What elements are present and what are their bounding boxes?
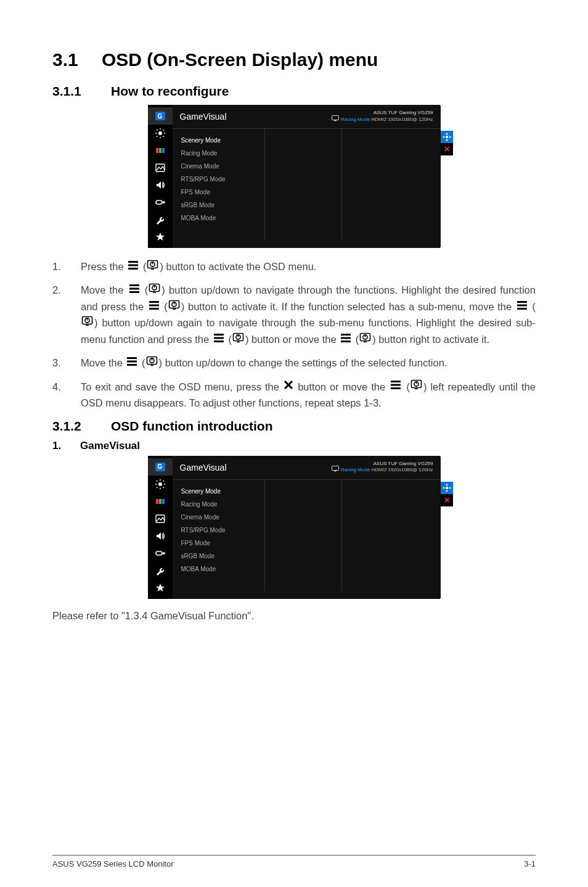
step-4: 4. To exit and save the OSD menu, press …	[52, 379, 536, 411]
step-2-num: 2.	[52, 283, 81, 348]
step-1-num: 1.	[52, 259, 81, 275]
osd-sidebar: G	[148, 105, 173, 248]
step-4-num: 4.	[52, 379, 81, 411]
osd-col3	[342, 129, 441, 240]
power-icon	[359, 332, 372, 348]
joystick-icon	[441, 131, 453, 143]
joystick-icon	[441, 482, 453, 494]
steps-list: 1. Press the () button to activate the O…	[52, 259, 536, 411]
osd-item-srgb: sRGB Mode	[173, 550, 264, 563]
osd-item-racing: Racing Mode	[173, 147, 264, 160]
osd-status-line2: Racing Mode HDMI2 1920x1080@ 120Hz	[331, 116, 433, 124]
osd-status-line1: ASUS TUF Gaming VG259	[331, 110, 433, 116]
power-icon	[149, 283, 161, 299]
gamevisual-icon: G	[148, 107, 173, 125]
section-number: 3.1	[52, 49, 102, 70]
step-1-text: Press the () button to activate the OSD …	[81, 259, 536, 275]
osd-right-icons: ✕	[441, 131, 453, 155]
gamevisual-icon: G	[148, 458, 173, 476]
menu-icon	[213, 332, 225, 348]
step-2-text: Move the () button up/down to navigate t…	[81, 283, 536, 348]
osd-title: GameVisual	[180, 463, 227, 472]
menu-icon	[390, 379, 402, 395]
osd-status-line1: ASUS TUF Gaming VG259	[331, 461, 433, 467]
power-icon	[410, 379, 423, 395]
subsection-heading-2: 3.1.2OSD function introduction	[52, 419, 536, 434]
osd-screenshot-1: G GameVisual ASUS TUF Gaming VG259 Racin…	[52, 105, 536, 248]
menu-icon	[148, 299, 160, 315]
osd-right-icons: ✕	[441, 482, 453, 506]
step-4-text: To exit and save the OSD menu, press the…	[81, 379, 536, 411]
input-icon	[148, 194, 173, 211]
osd-main: GameVisual ASUS TUF Gaming VG259 Racing …	[173, 105, 441, 248]
step-2: 2. Move the () button up/down to navigat…	[52, 283, 536, 348]
x-icon	[284, 379, 293, 395]
section-heading: 3.1OSD (On-Screen Display) menu	[52, 49, 536, 70]
osd-item-racing: Racing Mode	[173, 498, 264, 511]
step-3-text: Move the () button up/down to change the…	[81, 355, 536, 371]
color-icon	[148, 493, 173, 510]
item-number-1: 1.	[52, 440, 80, 452]
osd-header: GameVisual ASUS TUF Gaming VG259 Racing …	[173, 105, 441, 129]
sound-icon	[148, 527, 173, 545]
refer-text: Please refer to "1.3.4 GameVisual Functi…	[52, 610, 536, 622]
color-icon	[148, 142, 173, 159]
step-1: 1. Press the () button to activate the O…	[52, 259, 536, 275]
item-heading-1: 1.GameVisual	[52, 440, 536, 452]
myfavorite-icon	[148, 579, 173, 596]
osd-status-line2: Racing Mode HDMI2 1920x1080@ 120Hz	[331, 466, 433, 474]
image-icon	[148, 159, 173, 176]
osd-col2	[265, 129, 342, 240]
osd-status-res: HDMI2 1920x1080@ 120Hz	[371, 468, 433, 473]
input-icon	[148, 545, 173, 562]
osd-item-cinema: Cinema Mode	[173, 160, 264, 173]
step-3-num: 3.	[52, 355, 81, 371]
footer-left: ASUS VG259 Series LCD Monitor	[52, 859, 174, 868]
monitor-icon	[332, 466, 339, 474]
image-icon	[148, 510, 173, 527]
osd-status: ASUS TUF Gaming VG259 Racing Mode HDMI2 …	[331, 110, 433, 123]
step-3: 3. Move the () button up/down to change …	[52, 355, 536, 371]
subsection-number-1: 3.1.1	[52, 84, 111, 99]
osd-header: GameVisual ASUS TUF Gaming VG259 Racing …	[173, 456, 441, 480]
power-icon	[81, 315, 94, 331]
osd-columns: Scenery Mode Racing Mode Cinema Mode RTS…	[173, 480, 441, 591]
osd-item-fps: FPS Mode	[173, 186, 264, 199]
power-icon	[147, 259, 159, 275]
menu-icon	[127, 259, 139, 275]
osd-item-moba: MOBA Mode	[173, 212, 264, 225]
subsection-heading-1: 3.1.1How to reconfigure	[52, 84, 536, 99]
power-icon	[168, 299, 181, 315]
osd-columns: Scenery Mode Racing Mode Cinema Mode RTS…	[173, 129, 441, 240]
subsection-title-2: OSD function introduction	[111, 419, 272, 433]
osd-item-rtsrpg: RTS/RPG Mode	[173, 173, 264, 186]
osd-item-scenery: Scenery Mode	[173, 485, 264, 498]
power-icon	[146, 355, 158, 371]
osd-item-srgb: sRGB Mode	[173, 199, 264, 212]
subsection-title-1: How to reconfigure	[111, 84, 229, 98]
bluelight-icon	[148, 125, 173, 142]
osd-item-rtsrpg: RTS/RPG Mode	[173, 524, 264, 537]
osd-item-moba: MOBA Mode	[173, 563, 264, 576]
bluelight-icon	[148, 476, 173, 493]
sound-icon	[148, 176, 173, 194]
osd-item-cinema: Cinema Mode	[173, 511, 264, 524]
osd-status-res: HDMI2 1920x1080@ 120Hz	[371, 117, 433, 122]
section-title: OSD (On-Screen Display) menu	[102, 49, 378, 70]
item-title-1: GameVisual	[80, 440, 140, 452]
menu-icon	[516, 299, 528, 315]
osd-status-mode: Racing Mode	[341, 468, 370, 473]
osd-col3	[342, 480, 441, 591]
system-icon	[148, 562, 173, 579]
page-footer: ASUS VG259 Series LCD Monitor 3-1	[52, 855, 536, 868]
osd-title: GameVisual	[180, 112, 227, 122]
osd-panel: G GameVisual ASUS TUF Gaming VG259 Racin…	[148, 456, 441, 599]
subsection-number-2: 3.1.2	[52, 419, 111, 434]
osd-main: GameVisual ASUS TUF Gaming VG259 Racing …	[173, 456, 441, 599]
osd-menu-list: Scenery Mode Racing Mode Cinema Mode RTS…	[173, 129, 265, 240]
system-icon	[148, 211, 173, 228]
osd-sidebar: G	[148, 456, 173, 599]
osd-item-scenery: Scenery Mode	[173, 134, 264, 147]
close-icon: ✕	[441, 494, 453, 506]
osd-menu-list: Scenery Mode Racing Mode Cinema Mode RTS…	[173, 480, 265, 591]
